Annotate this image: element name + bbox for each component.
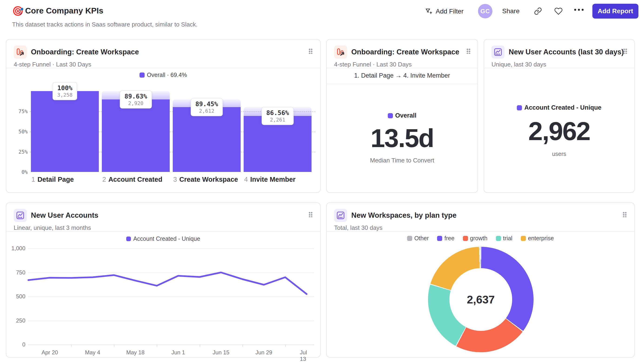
funnel-step-count: 3,258 — [57, 92, 72, 98]
legend-chip — [496, 236, 501, 241]
funnel-y-tick: 50% — [12, 129, 28, 134]
funnel-step-index: 4 — [244, 176, 248, 183]
trend-legend: Account Created - Unique — [6, 235, 320, 242]
funnel-y-tick: 0% — [12, 169, 28, 175]
trend-gridline — [28, 297, 314, 297]
trend-axis-tick — [200, 345, 200, 347]
add-report-button[interactable]: Add Report — [592, 4, 638, 18]
add-report-label: Add Report — [598, 7, 633, 15]
line-chart-report-icon — [492, 45, 504, 58]
drag-handle-icon[interactable] — [623, 48, 627, 54]
dashboard: 🎯 Core Company KPIs This dataset tracks … — [0, 0, 644, 362]
drag-handle-icon[interactable] — [308, 212, 313, 217]
share-label: Share — [502, 7, 520, 15]
drag-handle-icon[interactable] — [308, 48, 313, 54]
card-new-users-trend-title[interactable]: New User Accounts — [31, 211, 98, 220]
legend-chip — [463, 236, 468, 241]
funnel-step-pct: 86.56% — [266, 109, 289, 116]
funnel-bar-tooltip: 100%3,258 — [52, 82, 77, 100]
card-workspaces-subtitle: Total, last 30 days — [334, 224, 382, 231]
card-funnel-title[interactable]: Onboarding: Create Workspace — [31, 48, 139, 56]
trend-gridline — [28, 248, 314, 249]
add-filter-label: Add Filter — [436, 8, 464, 15]
card-new-users-30d-subtitle: Unique, last 30 days — [492, 61, 546, 68]
median-time-value: 13.5d — [327, 123, 478, 153]
trend-y-tick: 0 — [9, 341, 25, 348]
funnel-report-icon — [334, 45, 347, 58]
legend-chip — [407, 236, 412, 241]
card-funnel-subtitle: 4-step Funnel · Last 30 Days — [14, 61, 91, 68]
funnel-bar[interactable] — [173, 107, 241, 172]
donut-legend-item[interactable]: enterprise — [521, 235, 554, 242]
legend-chip — [140, 72, 144, 78]
avatar-initials: GC — [480, 8, 490, 15]
funnel-step-label: 3Create Workspace — [173, 176, 238, 183]
funnel-step-pct: 89.45% — [195, 100, 218, 108]
legend-label: Account Created - Unique — [133, 235, 200, 242]
trend-axis-tick — [71, 345, 72, 347]
donut-legend-item[interactable]: free — [437, 235, 454, 242]
funnel-step-index: 3 — [173, 176, 177, 183]
legend-label: enterprise — [528, 235, 554, 242]
funnel-step-name: Create Workspace — [179, 176, 238, 183]
donut-total: 2,637 — [467, 293, 495, 306]
drag-handle-icon[interactable] — [622, 212, 627, 217]
funnel-step-count: 2,612 — [195, 108, 218, 114]
funnel-bar[interactable] — [31, 91, 99, 172]
funnel-step-index: 2 — [102, 176, 106, 183]
trend-y-tick: 500 — [9, 293, 25, 300]
line-chart-report-icon — [334, 209, 347, 222]
trend-x-tick: Jun 1 — [171, 349, 185, 356]
funnel-range-label: 1. Detail Page → 4. Invite Member — [327, 72, 478, 79]
share-button[interactable]: Share — [502, 7, 520, 15]
trend-line[interactable] — [28, 273, 307, 294]
funnel-step-name: Account Created — [108, 176, 162, 183]
more-options-icon[interactable] — [573, 8, 584, 11]
trend-axis-tick — [157, 345, 157, 347]
trend-gridline — [28, 321, 314, 321]
median-time-caption: Median Time to Convert — [327, 157, 478, 164]
new-users-caption: users — [484, 151, 634, 157]
card-workspaces-title[interactable]: New Workspaces, by plan type — [351, 211, 456, 220]
legend-label: Account Created - Unique — [524, 104, 602, 111]
avatar[interactable]: GC — [478, 4, 492, 18]
trend-x-tick: May 18 — [126, 349, 144, 356]
trend-y-tick: 1,000 — [9, 245, 25, 252]
donut-legend-item[interactable]: trial — [496, 235, 512, 242]
legend-chip — [521, 236, 526, 241]
trend-axis-tick — [114, 345, 114, 347]
card-new-users-trend-subtitle: Linear, unique, last 3 months — [14, 224, 91, 231]
trend-x-tick: Jun 15 — [213, 349, 230, 356]
page-title: Core Company KPIs — [25, 6, 103, 15]
card-workspaces-by-plan: New Workspaces, by plan type Total, last… — [326, 202, 635, 358]
donut-legend-item[interactable]: growth — [463, 235, 488, 242]
funnel-step-label: 2Account Created — [102, 176, 162, 183]
card-new-users-trend: New User Accounts Linear, unique, last 3… — [6, 202, 320, 358]
funnel-bar[interactable] — [102, 99, 170, 172]
trend-x-tick: Jun 29 — [256, 349, 272, 356]
legend-label: Overall — [395, 112, 416, 119]
ttc-legend: Overall — [327, 112, 478, 119]
funnel-step-name: Detail Page — [38, 176, 74, 183]
divider — [484, 68, 634, 68]
dashboard-icon: 🎯 — [12, 5, 24, 16]
legend-label: Overall · 69.4% — [147, 71, 187, 78]
favorite-heart-icon[interactable] — [554, 7, 563, 15]
donut-legend-item[interactable]: Other — [407, 235, 429, 242]
copy-link-icon[interactable] — [534, 7, 542, 15]
card-time-to-convert-title[interactable]: Onboarding: Create Workspace — [351, 48, 460, 56]
trend-x-tick: Jul 13 — [300, 349, 314, 362]
drag-handle-icon[interactable] — [466, 48, 470, 54]
legend-label: free — [444, 235, 454, 242]
page-subtitle: This dataset tracks actions in Saas soft… — [12, 21, 198, 28]
card-new-users-30d-title[interactable]: New User Accounts (last 30 days) — [509, 48, 624, 56]
add-filter-button[interactable]: Add Filter — [425, 7, 464, 15]
divider — [6, 231, 320, 232]
funnel-step-pct: 89.63% — [124, 93, 147, 100]
funnel-step-index: 1 — [32, 176, 35, 183]
funnel-step-count: 2,920 — [124, 100, 147, 106]
trend-x-tick: May 4 — [85, 349, 100, 356]
donut-legend: Otherfreegrowthtrialenterprise — [327, 235, 634, 242]
funnel-step-label: 4Invite Member — [244, 176, 296, 183]
funnel-step-name: Invite Member — [250, 176, 296, 183]
